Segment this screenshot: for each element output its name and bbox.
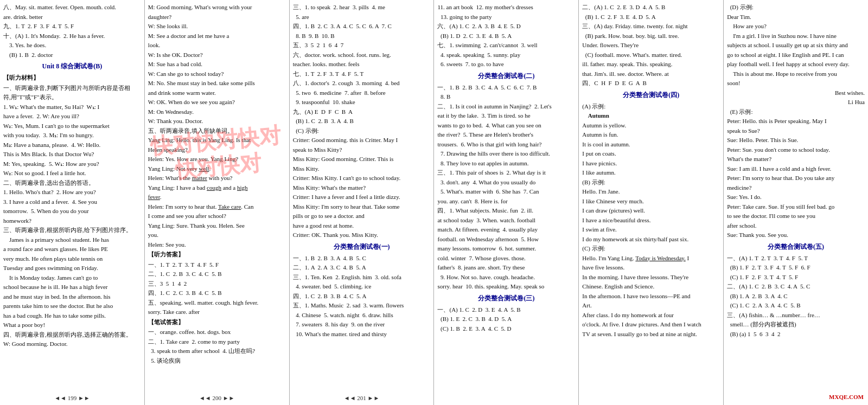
col5-s4ex7: I like autumn. xyxy=(582,168,720,177)
col6-l19: Peter: I'm sorry to hear that. Do you ta… xyxy=(727,173,865,183)
col5-s4b2: Hello. I'm Jane. xyxy=(582,187,720,196)
col3-l13: (B) 1. C 2. B 3. A 4. B xyxy=(293,117,431,126)
col4-section2: 分类整合测试卷(二) xyxy=(437,71,575,81)
col5-s4c8: After class. I do my homework at four xyxy=(582,311,720,320)
col3-l2: 5. are xyxy=(293,12,431,22)
col3-section2: 分类整合测试卷(一) xyxy=(293,242,431,252)
col4-l7: 6. sweets 7. to go. to have xyxy=(437,60,575,69)
col2-l10: and drink some warm water. xyxy=(148,88,286,98)
col1-l12: 1. Hello. Who's that? 2. How are you? xyxy=(3,188,141,197)
col6-l5: subjects at school. I usually get up at … xyxy=(727,41,865,50)
col1-l26: What a poor boy! xyxy=(3,320,141,330)
col6-l1: (D) 示例: xyxy=(727,3,865,12)
col1-bracket1: 【听力材料】 xyxy=(3,73,141,82)
col2-l23: I come and see you after school? xyxy=(148,211,286,221)
col2-l12: M: On Wednesday. xyxy=(148,107,286,117)
col1-l23: and he must stay in bed. In the afternoo… xyxy=(3,292,141,301)
col5-s4b6: I swim at five. xyxy=(582,225,720,234)
col2-l13: W: Thank you. Doctor. xyxy=(148,117,286,126)
col5-s4b7: I do my homework at six thirty/half past… xyxy=(582,235,720,244)
col4-s2a6: the river? 5. These are Helen's brother'… xyxy=(437,130,575,139)
col5-l5: Under. flowers. They're xyxy=(582,41,720,50)
col5-s4c7: Art. xyxy=(582,301,720,310)
col1-l25: has a bad cough. He has to take some pil… xyxy=(3,311,141,320)
col1-l28: W: Good morning. Doctor. xyxy=(3,339,141,349)
col6-l22: Peter: Take care. Sue. If you still feel… xyxy=(727,202,865,211)
col6-l3: How are you? xyxy=(727,22,865,31)
col1-line2: are. drink. better xyxy=(3,12,141,22)
col1-l19: very much. He often plays table tennis o… xyxy=(3,254,141,263)
col2-l26: Helen: See you. xyxy=(148,240,286,249)
col1-l10: W₂: Not so good. I feel a little hot. xyxy=(3,169,141,178)
col4-l3: 六、(A) 1. C 2. A 3. B 4. E 5. D xyxy=(437,22,575,31)
col6-l4: I'm a girl. I live in Suzhou now. I have… xyxy=(727,31,865,41)
col3-l21: Critter: I have a fever and I feel a lit… xyxy=(293,192,431,202)
col2-l21: fever. xyxy=(148,192,286,202)
col5-l3: 三、(A) day. Friday. time. twenty. for. ni… xyxy=(582,22,720,31)
col3-l14: (C) 示例: xyxy=(293,126,431,136)
col2-ans3: 三、3 5 1 4 2 xyxy=(148,279,286,288)
col4-s2a1: 一、1. B 2. B 3. C 4. A 5. C 6. C 7. B xyxy=(437,83,575,92)
col3-l19: Critter: Miss Kitty. I can't go to schoo… xyxy=(293,173,431,183)
col3-s1a8: 7. sweaters 8. his day 9. on the river xyxy=(293,320,431,329)
col6-s5b1: 二、(A) 1. C 2. B 3. C 4. A 5. C xyxy=(727,282,865,291)
col3-l16: speak to Miss Kitty? xyxy=(293,145,431,155)
col1-l21: It is Monday today. James can't go to xyxy=(3,273,141,282)
col3-s1a1: 一、1. B 2. B 3. A 4. B 5. C xyxy=(293,254,431,263)
col5-s4c10: TV at seven. I usually go to bed at nine… xyxy=(582,330,720,339)
column-2: 快对快对快对快对快对 M: Good morning. What's wrong… xyxy=(145,0,290,405)
col3-l6: 六、doctor. work. school. foot. runs. leg. xyxy=(293,50,431,60)
col5-s4b5: I have a nice/beautiful dress. xyxy=(582,216,720,225)
col6-s5c1: 三、(A) fishin… & …number… fre… xyxy=(727,311,865,320)
col1-l8: This is Mrs Black. Is that Doctor Wu? xyxy=(3,150,141,159)
col6-l12: (E) 示例: xyxy=(727,107,865,117)
col4-s3a2: (B) 1. E 2. C 3. B 4. D 5. A xyxy=(437,314,575,324)
col1-l22: school because he is ill. He has a high … xyxy=(3,282,141,292)
col2-ans2: 二、1. C 2. B 3. C 4. C 5. B xyxy=(148,269,286,279)
col6-s5b2: (B) 1. A 2. B 3. A 4. C xyxy=(727,292,865,301)
col3-l15: Critter: Good morning. this is Critter. … xyxy=(293,136,431,145)
col2-l14: 五、听两遍录音,填入所缺单词。 xyxy=(148,126,286,136)
col1-l1: 一、听两遍录音,判断下列图片与所听内容是否相 xyxy=(3,83,141,93)
col1-l11: 二、听两遍录音,选出合适的答语。 xyxy=(3,178,141,188)
col6-l14: speak to Sue? xyxy=(727,126,865,136)
col2-ans5: 五、speaking. well. matter. cough. high fe… xyxy=(148,298,286,307)
col5-s4b1: (B) 示例: xyxy=(582,178,720,187)
col3-l17: Miss Kitty: Good morning. Critter. This … xyxy=(293,155,431,164)
col4-s2a7: trousers. 6. Who is that girl with long … xyxy=(437,140,575,149)
col3-s1a7: 4. Chinese 5. watch. night 6. draw. hill… xyxy=(293,311,431,320)
col1-line6: (B) 1. B 2. doctor xyxy=(3,50,141,60)
col4-section3: 分类整合测试卷(三) xyxy=(437,293,575,303)
col5-s4c4: In the morning. I have three lessons. Th… xyxy=(582,273,720,282)
col3-s1a6: 五、1. Maths. Music 2. sad 3. warm. flower… xyxy=(293,301,431,310)
col6-l20: medicine? xyxy=(727,183,865,192)
col2-l3: W: She looks ill. xyxy=(148,22,286,31)
col4-l1: 11. an art book 12. my mother's dresses xyxy=(437,3,575,12)
col2-l6: W: Is she OK. Doctor? xyxy=(148,50,286,60)
col3-l1: 三、1. to speak 2. hear 3. pills 4. me xyxy=(293,3,431,12)
col6-l8: This is about me. Hope to receive from y… xyxy=(727,69,865,79)
col4-s2a21: 9. How. Not so. have. cough. headache. xyxy=(437,273,575,282)
col2-l22: Helen: I'm sorry to hear that. Take care… xyxy=(148,202,286,211)
col3-l22: Miss Kitty: I'm sorry to hear that. Take… xyxy=(293,202,431,211)
col5-l7: ill. father. may. speak. This. speaking. xyxy=(582,60,720,69)
col2-footer: ◄◄ 200 ►► xyxy=(148,394,286,403)
col6-l13: Peter: Hello. this is Peter speaking. Ma… xyxy=(727,117,865,126)
col2-l1: M: Good morning. What's wrong with your xyxy=(148,3,286,12)
col4-s3a1: 一、(A) 1. C 2. D 3. E 4. A 5. B xyxy=(437,305,575,314)
col4-s2a11: 3. don't. any 4. What do you usually do xyxy=(437,178,575,187)
col4-s2a16: match. At fifteen. evening 4. usually pl… xyxy=(437,225,575,234)
col2-l15: Yang Ling: Hello. this is Yang Ling. Is … xyxy=(148,136,286,145)
col5-s4ex6: I have picnics. xyxy=(582,159,720,168)
col6-l2: Dear Tim. xyxy=(727,12,865,22)
col1-footer: ◄◄ 199 ►► xyxy=(3,394,141,403)
col6-l7: play football well. I feel happy at scho… xyxy=(727,60,865,69)
col6-l17: What's the matter? xyxy=(727,155,865,164)
col6-l25: Sue: Thank you. See you. xyxy=(727,230,865,240)
col4-s2a9: 8. They love to eat apples in autumn. xyxy=(437,159,575,168)
col5-l8: that. Jim's. ill. see. doctor. Where. at xyxy=(582,69,720,79)
col2-l24: Yang Ling: Sure. Thank you. Helen. See xyxy=(148,221,286,230)
col3-l5: 五、3 5 2 1 6 4 7 xyxy=(293,41,431,50)
col4-l6: 4. speak. speaking 5. sunny. play xyxy=(437,50,575,60)
col2-l16: Helen speaking? xyxy=(148,145,286,155)
